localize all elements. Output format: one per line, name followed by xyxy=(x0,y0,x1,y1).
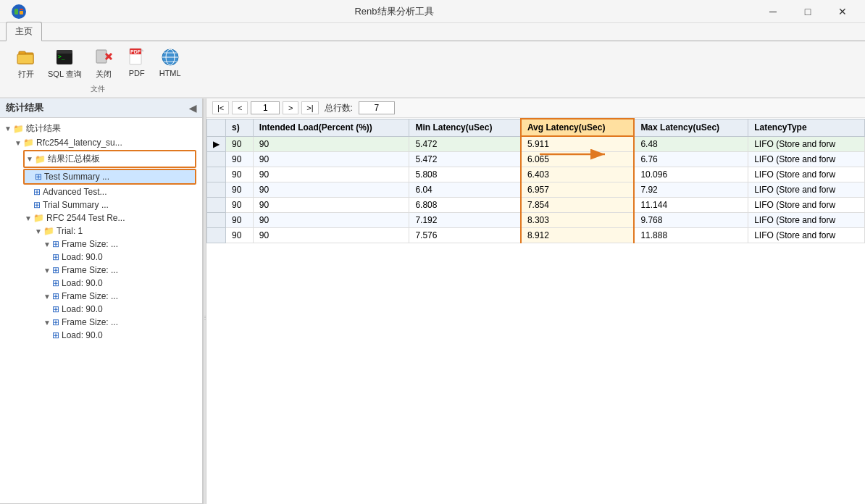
tree-label: Load: 90.0 xyxy=(62,304,103,314)
nav-next-button[interactable]: > xyxy=(283,101,298,114)
svg-rect-2 xyxy=(20,11,23,14)
sidebar-item-trial-summary[interactable]: ⊞ Trial Summary ... xyxy=(0,198,202,211)
pdf-icon: PDF xyxy=(125,46,149,69)
sidebar-item-load3[interactable]: ⊞ Load: 90.0 xyxy=(0,303,202,316)
svg-text:>_: >_ xyxy=(58,54,65,60)
svg-marker-16 xyxy=(141,49,144,51)
folder-icon: 📁 xyxy=(13,124,24,134)
sidebar-item-frame4[interactable]: ▼ ⊞ Frame Size: ... xyxy=(0,316,202,329)
sidebar-collapse-icon[interactable]: ◀ xyxy=(189,103,196,114)
sidebar-item-frame1[interactable]: ▼ ⊞ Frame Size: ... xyxy=(0,238,202,251)
folder-icon: 📁 xyxy=(33,213,44,223)
table-wrapper: s) Intended Load(Percent (%)) Min Latenc… xyxy=(206,118,865,504)
folder-icon: 📁 xyxy=(35,154,46,164)
table-icon: ⊞ xyxy=(52,330,59,340)
svg-rect-3 xyxy=(20,9,23,10)
app-icon xyxy=(6,0,32,23)
tab-home[interactable]: 主页 xyxy=(6,22,42,41)
open-button[interactable]: 打开 xyxy=(12,44,41,81)
table-row: 90906.8087.85411.144LIFO (Store and forw xyxy=(207,198,865,213)
html-button[interactable]: HTML xyxy=(156,44,185,81)
close-doc-button[interactable]: 关闭 xyxy=(89,44,118,81)
row-count-input[interactable] xyxy=(359,101,395,114)
svg-rect-5 xyxy=(19,51,25,54)
tree-label: 结果汇总模板 xyxy=(48,153,100,165)
expand-icon: ▼ xyxy=(42,240,52,248)
table-icon: ⊞ xyxy=(35,172,42,182)
sidebar-item-load1[interactable]: ⊞ Load: 90.0 xyxy=(0,251,202,264)
sql-icon: >_ xyxy=(53,46,76,69)
svg-rect-1 xyxy=(14,9,18,14)
pdf-button[interactable]: PDF PDF xyxy=(122,44,151,81)
ribbon: 主页 打开 xyxy=(0,23,865,98)
tree-label: Rfc2544_latency_su... xyxy=(36,138,122,148)
main-layout: 统计结果 ◀ ▼ 📁 统计结果 ▼ 📁 Rfc2544_latency_su..… xyxy=(0,98,865,504)
nav-last-button[interactable]: >| xyxy=(301,101,318,114)
sidebar-item-load2[interactable]: ⊞ Load: 90.0 xyxy=(0,277,202,290)
sidebar-item-load4[interactable]: ⊞ Load: 90.0 xyxy=(0,329,202,342)
table-row: 90905.8086.40310.096LIFO (Store and forw xyxy=(207,167,865,182)
sidebar-tree: ▼ 📁 统计结果 ▼ 📁 Rfc2544_latency_su... ▼ 📁 结… xyxy=(0,118,202,503)
window-title: Renb结果分析工具 xyxy=(32,5,756,18)
total-rows-label: 总行数: xyxy=(325,102,353,114)
sql-query-button[interactable]: >_ SQL 查询 xyxy=(45,44,85,81)
minimize-button[interactable]: ─ xyxy=(756,0,790,23)
sidebar-item-rfc-test[interactable]: ▼ 📁 RFC 2544 Test Re... xyxy=(0,211,202,224)
sidebar-item-templates[interactable]: ▼ 📁 结果汇总模板 xyxy=(23,150,196,168)
table-icon: ⊞ xyxy=(52,304,59,314)
html-label: HTML xyxy=(159,69,181,77)
table-icon: ⊞ xyxy=(52,317,59,327)
open-label: 打开 xyxy=(18,69,34,80)
table-row: 90905.4726.0656.76LIFO (Store and forw xyxy=(207,152,865,167)
table-icon: ⊞ xyxy=(52,278,59,288)
svg-rect-10 xyxy=(96,50,106,63)
sidebar-item-trial1[interactable]: ▼ 📁 Trial: 1 xyxy=(0,224,202,238)
page-input[interactable] xyxy=(251,101,280,114)
col-indicator xyxy=(207,119,226,136)
svg-text:PDF: PDF xyxy=(130,49,141,54)
nav-first-button[interactable]: |< xyxy=(212,101,229,114)
titlebar: Renb结果分析工具 ─ □ ✕ xyxy=(0,0,865,23)
folder-icon: 📁 xyxy=(43,226,54,236)
tree-label: Load: 90.0 xyxy=(62,278,103,288)
sql-label: SQL 查询 xyxy=(48,69,82,80)
tree-label: Frame Size: ... xyxy=(62,239,118,249)
sidebar-title: 统计结果 xyxy=(6,101,43,114)
sidebar-header: 统计结果 ◀ xyxy=(0,98,202,118)
sidebar-item-frame3[interactable]: ▼ ⊞ Frame Size: ... xyxy=(0,290,202,303)
col-max-latency: Max Latency(uSec) xyxy=(634,119,748,136)
expand-icon: ▼ xyxy=(42,293,52,301)
table-icon: ⊞ xyxy=(52,265,59,275)
table-toolbar: |< < > >| 总行数: xyxy=(206,98,865,118)
pdf-label: PDF xyxy=(129,69,145,77)
close-doc-label: 关闭 xyxy=(96,69,112,80)
close-button[interactable]: ✕ xyxy=(826,0,859,23)
tree-label: Trial Summary ... xyxy=(43,200,109,210)
sidebar-item-rfc[interactable]: ▼ 📁 Rfc2544_latency_su... xyxy=(0,136,202,149)
tree-label: Load: 90.0 xyxy=(62,252,103,262)
expand-icon: ▼ xyxy=(42,319,52,327)
table-row: ▶90905.4725.9116.48LIFO (Store and forw xyxy=(207,136,865,152)
sidebar: 统计结果 ◀ ▼ 📁 统计结果 ▼ 📁 Rfc2544_latency_su..… xyxy=(0,98,203,504)
ribbon-content: 打开 >_ SQL 查询 xyxy=(0,41,865,97)
svg-point-0 xyxy=(12,4,26,19)
table-icon: ⊞ xyxy=(52,291,59,301)
sidebar-item-frame2[interactable]: ▼ ⊞ Frame Size: ... xyxy=(0,264,202,277)
sidebar-item-test-summary[interactable]: ⊞ Test Summary ... xyxy=(23,169,196,185)
expand-icon: ▼ xyxy=(25,155,35,163)
table-row: 90907.1928.3039.768LIFO (Store and forw xyxy=(207,213,865,228)
ribbon-group-file: 打开 >_ SQL 查询 xyxy=(6,44,191,94)
tree-label: Advanced Test... xyxy=(43,187,107,197)
expand-icon: ▼ xyxy=(23,214,33,222)
expand-icon: ▼ xyxy=(42,266,52,274)
sidebar-item-advanced[interactable]: ⊞ Advanced Test... xyxy=(0,185,202,198)
folder-icon: 📁 xyxy=(23,138,34,148)
expand-icon: ▼ xyxy=(3,125,13,133)
maximize-button[interactable]: □ xyxy=(791,0,824,23)
table-icon: ⊞ xyxy=(33,200,41,210)
sidebar-item-root[interactable]: ▼ 📁 统计结果 xyxy=(0,121,202,136)
col-intended-load: Intended Load(Percent (%)) xyxy=(253,119,409,136)
ribbon-tabs: 主页 xyxy=(0,23,865,41)
nav-prev-button[interactable]: < xyxy=(232,101,248,114)
tree-label: Test Summary ... xyxy=(44,172,109,182)
